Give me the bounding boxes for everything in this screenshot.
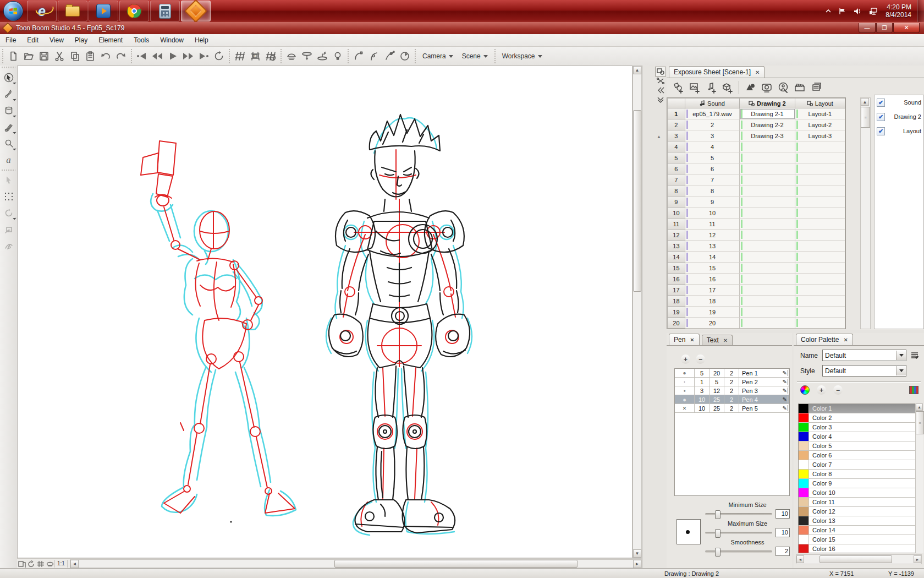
exposure-row[interactable]: 9 9 [667, 197, 845, 208]
frame-number-cell[interactable]: 17 [667, 285, 685, 296]
track-row[interactable]: ✔ Drawing 2 [875, 110, 923, 124]
scroll-right-icon[interactable]: ► [914, 555, 921, 563]
slider-thumb[interactable] [715, 529, 721, 538]
color-label[interactable]: Color 8 [809, 470, 915, 478]
tab-color-palette[interactable]: Color Palette ✕ [796, 334, 853, 345]
add-color-button[interactable]: + [817, 385, 826, 395]
color-swatch-row[interactable]: Color 9 [799, 479, 915, 488]
color-swatch[interactable] [799, 460, 809, 469]
volume-icon[interactable] [854, 8, 861, 15]
start-button[interactable] [3, 1, 23, 21]
menu-item[interactable]: Tools [128, 35, 155, 46]
pen-name[interactable]: Pen 1✎ [739, 369, 789, 377]
slider-thumb[interactable] [715, 510, 721, 519]
sound-cell[interactable]: 6 [685, 163, 740, 175]
close-tab-icon[interactable]: ✕ [690, 337, 694, 343]
select-marquee-tool[interactable] [2, 189, 16, 204]
canvas-horizontal-scrollbar[interactable]: ◄ ► [70, 559, 642, 568]
remove-pen-button[interactable]: − [696, 355, 705, 364]
sound-cell[interactable]: 11 [685, 219, 740, 230]
frame-number-cell[interactable]: 11 [667, 219, 685, 230]
scrollbar-thumb[interactable] [334, 560, 578, 568]
scroll-up-icon[interactable]: ▲ [916, 403, 923, 411]
color-swatch-row[interactable]: Color 6 [799, 451, 915, 460]
pen-row[interactable]: ● 10 25 2 Pen 4✎ [675, 395, 789, 404]
color-swatch[interactable] [799, 516, 809, 525]
color-swatch-row[interactable]: Color 14 [799, 526, 915, 535]
field-grid-button[interactable]: 12 [248, 48, 263, 64]
exposure-row[interactable]: 7 7 [667, 175, 845, 186]
menu-item[interactable]: File [0, 35, 21, 46]
copy-button[interactable] [67, 48, 82, 64]
sound-cell[interactable]: 17 [685, 285, 740, 296]
color-label[interactable]: Color 4 [809, 432, 915, 441]
exposure-row[interactable]: 2 2 Drawing 2-2 Layout-2 [667, 119, 845, 130]
taskbar-app-internet-explorer[interactable]: e [27, 1, 57, 21]
add-image-button[interactable] [686, 80, 703, 95]
color-swatch[interactable] [799, 441, 809, 450]
tab-pen[interactable]: Pen ✕ [669, 334, 700, 345]
show-desktop-button[interactable] [917, 0, 924, 22]
scroll-up-icon[interactable]: ▲ [861, 98, 869, 106]
onion-toggle-icon[interactable] [45, 560, 54, 568]
zoom-tool[interactable] [2, 137, 16, 151]
color-label[interactable]: Color 14 [809, 526, 915, 535]
drawing-cell[interactable] [740, 318, 795, 329]
text-tool[interactable]: a [2, 153, 16, 167]
layout-cell[interactable] [795, 230, 845, 241]
static-onion-skin-button[interactable] [284, 48, 299, 64]
slider-track[interactable] [705, 513, 772, 515]
palette-menu-icon[interactable] [910, 351, 920, 361]
pen-max-value[interactable]: 20 [710, 369, 724, 377]
frame-number-cell[interactable]: 12 [667, 230, 685, 241]
layout-cell[interactable] [795, 175, 845, 186]
color-swatch-row[interactable]: Color 4 [799, 432, 915, 441]
sound-cell[interactable]: 12 [685, 230, 740, 241]
edit-pen-icon[interactable]: ✎ [783, 388, 788, 394]
layout-cell[interactable]: Layout-2 [795, 119, 845, 130]
pen-min-value[interactable]: 5 [695, 369, 710, 377]
pen-max-value[interactable]: 25 [710, 395, 724, 403]
workspace-dropdown[interactable]: Workspace [498, 50, 547, 62]
sound-cell[interactable]: 19 [685, 307, 740, 318]
exposure-row[interactable]: 3 3 Drawing 2-3 Layout-3 [667, 130, 845, 141]
curve-tool-button[interactable] [366, 48, 382, 64]
first-frame-button[interactable] [134, 48, 150, 64]
scroll-up-icon[interactable]: ▲ [633, 66, 641, 74]
frame-number-cell[interactable]: 20 [667, 318, 685, 329]
color-label[interactable]: Color 10 [809, 488, 915, 497]
drawing-cell[interactable] [740, 296, 795, 307]
frame-number-cell[interactable]: 18 [667, 296, 685, 307]
sound-cell[interactable]: ep05_179.wav [685, 108, 740, 119]
exposure-row[interactable]: 19 19 [667, 307, 845, 318]
drawing-cell[interactable]: Drawing 2-3 [740, 130, 795, 141]
checkbox-checked[interactable]: ✔ [877, 127, 885, 135]
slider-value[interactable]: 10 [776, 509, 790, 519]
scene-dropdown[interactable]: Scene [458, 50, 492, 62]
frame-number-cell[interactable]: 14 [667, 252, 685, 263]
motion-track-button[interactable] [775, 80, 791, 95]
add-media-button[interactable] [719, 80, 736, 95]
scrollbar-thumb[interactable] [633, 110, 641, 292]
cutter-tool[interactable] [2, 222, 16, 237]
scroll-left-icon[interactable]: ◄ [70, 560, 79, 568]
redo-button[interactable] [113, 48, 129, 64]
layout-cell[interactable] [795, 296, 845, 307]
frame-number-cell[interactable]: 15 [667, 263, 685, 274]
layout-cell[interactable]: Layout-1 [795, 108, 845, 119]
close-tab-icon[interactable]: ✕ [843, 337, 848, 343]
layout-column-header[interactable]: Layout [795, 98, 845, 108]
color-swatch[interactable] [799, 423, 809, 432]
layout-cell[interactable] [795, 197, 845, 208]
frame-column-header[interactable] [667, 98, 685, 108]
layout-cell[interactable] [795, 263, 845, 274]
sound-cell[interactable]: 16 [685, 274, 740, 285]
color-swatch[interactable] [799, 526, 809, 535]
color-swatch-row[interactable]: Color 2 [799, 413, 915, 423]
camera-button[interactable] [758, 80, 775, 95]
brush-tool[interactable] [2, 87, 16, 101]
drawing-cell[interactable] [740, 219, 795, 230]
arrow-tool[interactable] [2, 173, 16, 187]
frame-number-cell[interactable]: 13 [667, 241, 685, 252]
sound-cell[interactable]: 14 [685, 252, 740, 263]
